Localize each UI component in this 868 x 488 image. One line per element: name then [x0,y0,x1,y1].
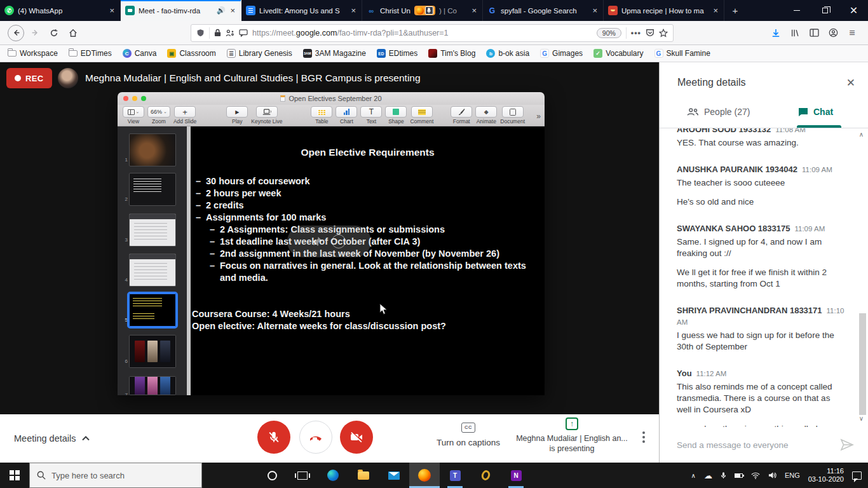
slide-bullets: 30 hours of coursework 2 hours per week … [196,175,544,284]
taskbar-search[interactable] [29,463,202,488]
bookmark-edtimes-folder[interactable]: EDTimes [69,49,112,58]
tab-close-icon[interactable]: × [349,6,357,15]
minimize-button[interactable] [782,0,811,21]
permissions-icon[interactable] [226,29,234,37]
more-options-icon[interactable] [642,431,645,443]
mic-sharing-indicator[interactable] [414,6,435,15]
tab-close-icon[interactable]: × [591,6,599,15]
slide-thumbnail-7[interactable] [129,376,176,395]
tab-close-icon[interactable]: × [108,6,116,15]
tab-close-icon[interactable]: × [470,6,478,15]
scroll-up-icon[interactable]: ∧ [859,131,864,138]
send-icon[interactable] [840,438,854,451]
language-indicator[interactable]: ENG [785,471,800,479]
slide-thumbnail-2[interactable] [129,173,176,206]
reload-button[interactable] [44,24,64,42]
tab-audio-icon[interactable]: 🔊 [217,6,226,15]
firefox-button[interactable] [409,463,440,488]
tab-christ-university[interactable]: ∞ Christ Un ) | Co × [362,0,483,21]
bookmark-library-genesis[interactable]: ☰Library Genesis [227,49,292,58]
slide-thumbnail-4[interactable] [129,254,176,287]
url-bar[interactable]: https://meet.google.com/fao-timv-rda?pli… [191,24,674,42]
pocket-icon[interactable] [646,29,654,37]
chat-scrollbar-thumb[interactable] [859,313,866,415]
mail-button[interactable] [379,463,409,488]
edge-button[interactable] [318,463,348,488]
presenting-status[interactable]: ↑ Meghna Mudaliar | English an... is pre… [512,417,632,454]
captions-toggle[interactable]: CC Turn on captions [417,420,519,447]
tab-close-icon[interactable]: × [712,6,719,15]
teams-button[interactable]: T [440,463,470,488]
tab-whatsapp[interactable]: ✆ (4) WhatsApp × [0,0,121,21]
bookmark-skull-famine[interactable]: GSkull Famine [654,49,710,58]
ring-app-button[interactable] [470,463,501,488]
zoom-level-badge[interactable]: 90% [597,28,621,38]
forward-button[interactable] [25,24,44,42]
menu-icon[interactable]: ≡ [843,24,862,42]
home-button[interactable] [64,24,83,42]
lock-icon[interactable] [214,29,221,37]
file-explorer-button[interactable] [348,463,379,488]
tab-spyfall[interactable]: G spyfall - Google Search × [483,0,604,21]
onedrive-cloud-icon[interactable]: ☁ [704,471,712,480]
chat-message-list[interactable]: AROOHI SOOD 193313211:08 AM YES. That co… [660,128,868,427]
back-button[interactable] [6,24,25,42]
account-icon[interactable] [824,24,843,42]
battery-icon[interactable] [735,473,743,478]
mic-off-button[interactable] [257,421,290,454]
bookmark-classroom[interactable]: ▣Classroom [167,49,215,58]
bookmark-3am-magazine[interactable]: 3AM3AM Magazine [303,49,366,58]
sidebar-toggle-icon[interactable] [804,24,824,42]
bookmark-canva[interactable]: CCanva [123,49,157,58]
wifi-icon[interactable] [751,472,760,479]
tab-people[interactable]: People (27) [686,107,750,117]
tracking-shield-icon[interactable] [196,29,205,37]
taskbar-clock[interactable]: 11:1603-10-2020 [808,467,844,484]
start-button[interactable] [0,463,29,488]
tab-meet[interactable]: Meet - fao-timv-rda 🔊 × [121,0,241,21]
vocabulary-icon: ✓ [593,49,602,58]
chat-input[interactable] [677,440,840,450]
scroll-down-icon[interactable]: ∨ [859,415,864,422]
taskbar-search-input[interactable] [51,471,179,480]
close-button[interactable]: ✕ [839,0,868,21]
bookmark-workspace[interactable]: Workspace [8,49,58,58]
camera-off-button[interactable] [340,421,373,454]
restore-button[interactable] [811,0,839,21]
browser-navbar: https://meet.google.com/fao-timv-rda?pli… [0,21,868,45]
slide-thumbnail-6[interactable] [129,335,176,368]
bookmark-star-icon[interactable] [659,29,668,37]
bookmark-edtimes[interactable]: EDEDtimes [377,49,417,58]
tab-upma-recipe[interactable]: Upma recipe | How to ma × [604,0,724,21]
notification-bubble-icon[interactable] [239,29,248,37]
slide-thumbnail-1[interactable] [129,133,176,166]
library-icon[interactable] [785,24,804,42]
bookmark-vocabulary[interactable]: ✓Vocabulary [593,49,643,58]
url-text[interactable]: https://meet.google.com/fao-timv-rda?pli… [252,29,592,37]
task-view-button[interactable] [287,463,318,488]
new-tab-button[interactable]: + [724,0,746,21]
bookmark-tims-blog[interactable]: Tim's Blog [428,49,475,58]
tray-mic-icon[interactable] [721,471,726,480]
panel-close-icon[interactable]: ✕ [845,75,857,91]
bookmark-gimages[interactable]: GGimages [540,49,583,58]
bookmark-bok-asia[interactable]: bb-ok asia [486,49,529,58]
onenote-button[interactable]: N [501,463,531,488]
google-icon: G [487,6,497,15]
slide-thumbnail-3[interactable] [129,214,176,247]
tray-expand-icon[interactable]: ∧ [691,472,696,479]
google-meet-icon [125,6,135,15]
action-center-icon[interactable] [852,471,862,480]
slide-thumbnail-5-selected[interactable] [129,294,176,327]
cortana-button[interactable] [257,463,287,488]
page-actions-icon[interactable]: ••• [631,29,641,37]
shape-button: Shape [385,106,407,125]
tab-chat[interactable]: Chat [798,107,833,117]
tab-close-icon[interactable]: × [229,6,236,15]
downloads-icon[interactable] [766,24,785,42]
tab-livedit[interactable]: LivedIt: Among Us and S × [241,0,362,21]
meeting-details-toggle[interactable]: Meeting details [14,414,90,463]
leave-call-button[interactable] [299,421,332,454]
volume-icon[interactable] [768,471,776,479]
toolbar-overflow-icon[interactable]: » [536,112,541,121]
